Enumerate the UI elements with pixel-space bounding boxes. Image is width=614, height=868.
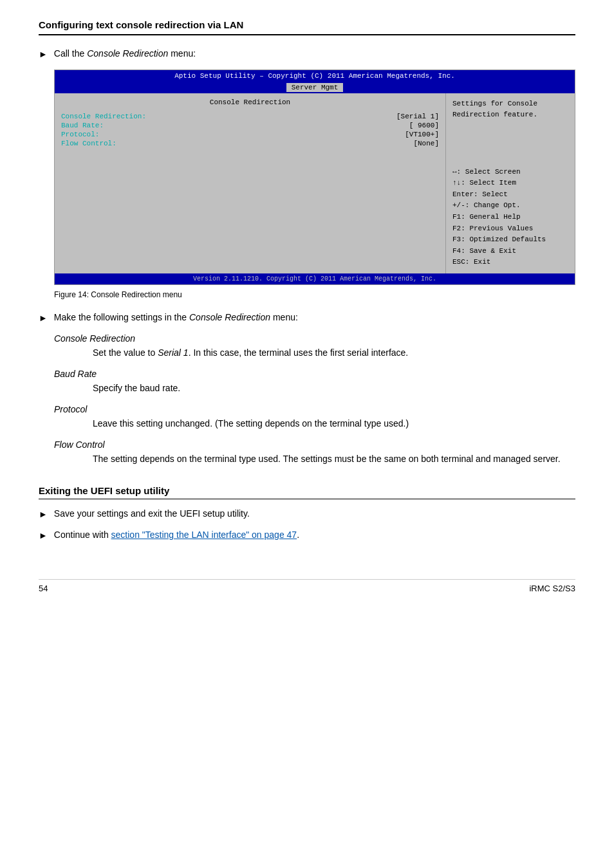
bios-right-panel: Settings for Console Redirection feature… bbox=[446, 93, 575, 273]
setting-term: Protocol bbox=[54, 404, 575, 414]
bullet-arrow-icon: ► bbox=[39, 49, 48, 59]
page-footer: 54 iRMC S2/S3 bbox=[39, 579, 575, 593]
exiting-section-header: Exiting the UEFI setup utility bbox=[39, 485, 575, 499]
bios-body: Console Redirection Console Redirection:… bbox=[55, 93, 575, 273]
bios-section-title: Console Redirection bbox=[61, 98, 439, 106]
setting-term: Flow Control bbox=[54, 439, 575, 450]
bios-row-value: [VT100+] bbox=[405, 131, 439, 138]
bullet-call-text: Call the Console Redirection menu: bbox=[54, 48, 196, 59]
bios-rows: Console Redirection:[Serial 1]Baud Rate:… bbox=[61, 113, 439, 147]
bios-tab-active: Server Mgmt bbox=[286, 83, 344, 92]
bullet-save-exit: ► Save your settings and exit the UEFI s… bbox=[39, 508, 575, 519]
bios-title: Aptio Setup Utility – Copyright (C) 2011… bbox=[55, 70, 575, 82]
bios-key-item: Enter: Select bbox=[452, 189, 568, 201]
bios-row-value: [None] bbox=[413, 140, 439, 147]
bios-tab-bar: Server Mgmt bbox=[55, 82, 575, 93]
bios-help-text: Settings for Console Redirection feature… bbox=[452, 98, 568, 120]
continue-link[interactable]: section "Testing the LAN interface" on p… bbox=[111, 530, 297, 540]
bullet-make-settings: ► Make the following settings in the Con… bbox=[39, 312, 575, 323]
setting-desc: Set the value to Serial 1. In this case,… bbox=[93, 346, 575, 360]
bios-key-item: ESC: Exit bbox=[452, 257, 568, 268]
bios-key-item: F4: Save & Exit bbox=[452, 246, 568, 257]
bullet-call-menu: ► Call the Console Redirection menu: bbox=[39, 48, 575, 59]
footer-product-name: iRMC S2/S3 bbox=[529, 584, 575, 593]
exiting-title: Exiting the UEFI setup utility bbox=[39, 485, 575, 496]
bios-row: Protocol:[VT100+] bbox=[61, 131, 439, 138]
page-section-header: Configuring text console redirection via… bbox=[39, 19, 575, 35]
bios-row-label: Baud Rate: bbox=[61, 122, 104, 129]
bullet-continue: ► Continue with section "Testing the LAN… bbox=[39, 530, 575, 540]
bios-row-label: Protocol: bbox=[61, 131, 99, 138]
bullet-continue-text: Continue with section "Testing the LAN i… bbox=[54, 530, 299, 540]
bullet-arrow-icon-4: ► bbox=[39, 530, 48, 540]
bios-row: Flow Control:[None] bbox=[61, 140, 439, 147]
bullet-arrow-icon-2: ► bbox=[39, 313, 48, 323]
setting-desc: Specify the baud rate. bbox=[93, 382, 575, 395]
bullet-save-text: Save your settings and exit the UEFI set… bbox=[54, 508, 250, 519]
bios-row-value: [Serial 1] bbox=[396, 113, 439, 120]
bios-key-item: +/-: Change Opt. bbox=[452, 200, 568, 212]
setting-desc: The setting depends on the terminal type… bbox=[93, 452, 575, 466]
figure-caption: Figure 14: Console Redirection menu bbox=[54, 290, 575, 299]
bios-screenshot: Aptio Setup Utility – Copyright (C) 2011… bbox=[54, 69, 575, 285]
bios-footer: Version 2.11.1210. Copyright (C) 2011 Am… bbox=[55, 273, 575, 284]
setting-desc: Leave this setting unchanged. (The setti… bbox=[93, 417, 575, 430]
bios-key-item: ↔: Select Screen bbox=[452, 167, 568, 178]
bios-key-item: F2: Previous Values bbox=[452, 223, 568, 235]
footer-page-number: 54 bbox=[39, 584, 48, 593]
section-title: Configuring text console redirection via… bbox=[39, 19, 575, 30]
bios-key-item: ↑↓: Select Item bbox=[452, 178, 568, 189]
setting-term: Console Redirection bbox=[54, 333, 575, 344]
bios-row-value: [ 9600] bbox=[409, 122, 439, 129]
bios-row: Baud Rate:[ 9600] bbox=[61, 122, 439, 129]
bullet-arrow-icon-3: ► bbox=[39, 509, 48, 519]
bios-row: Console Redirection:[Serial 1] bbox=[61, 113, 439, 120]
bios-row-label: Flow Control: bbox=[61, 140, 116, 147]
bios-key-item: F1: General Help bbox=[452, 212, 568, 223]
settings-section: Console RedirectionSet the value to Seri… bbox=[54, 333, 575, 466]
bios-row-label: Console Redirection: bbox=[61, 113, 146, 120]
bios-left-panel: Console Redirection Console Redirection:… bbox=[55, 93, 446, 273]
setting-term: Baud Rate bbox=[54, 369, 575, 379]
bios-key-item: F3: Optimized Defaults bbox=[452, 234, 568, 246]
bullet-make-text: Make the following settings in the Conso… bbox=[54, 312, 298, 322]
bios-help-keys: ↔: Select Screen↑↓: Select ItemEnter: Se… bbox=[452, 167, 568, 268]
